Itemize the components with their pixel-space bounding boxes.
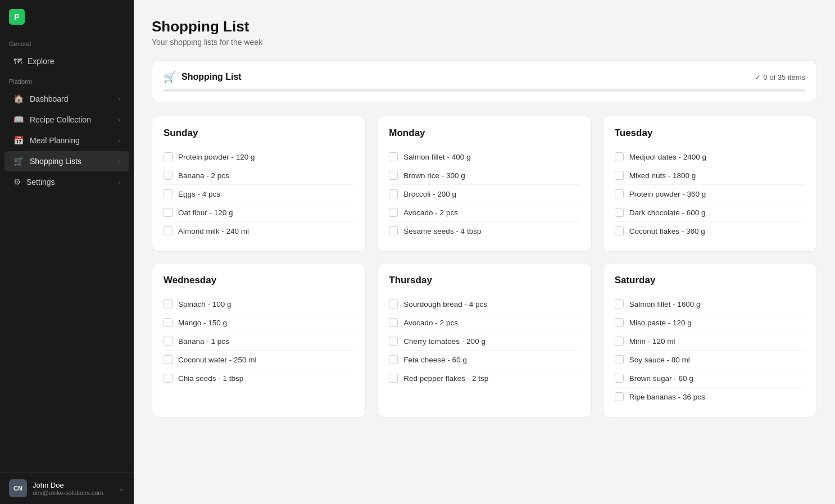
item-label: Sourdough bread - 4 pcs <box>403 300 487 308</box>
list-item: Ripe bananas - 36 pcs <box>615 388 805 406</box>
item-checkbox[interactable] <box>164 226 173 235</box>
item-checkbox[interactable] <box>615 337 624 346</box>
item-checkbox[interactable] <box>389 208 398 217</box>
list-item: Coconut water - 250 ml <box>164 351 354 369</box>
list-item: Protein powder - 120 g <box>164 148 354 166</box>
sidebar-item-shopping-lists[interactable]: 🛒Shopping Lists› <box>4 151 129 171</box>
item-label: Sesame seeds - 4 tbsp <box>403 227 481 235</box>
app-logo: P <box>9 9 25 25</box>
item-checkbox[interactable] <box>164 152 173 161</box>
list-item: Avocado - 2 pcs <box>389 314 579 332</box>
item-checkbox[interactable] <box>615 392 624 401</box>
sidebar-item-meal-planning[interactable]: 📅Meal Planning› <box>4 130 129 151</box>
item-checkbox[interactable] <box>389 318 398 327</box>
sidebar-item-left: 📅Meal Planning <box>13 135 80 146</box>
item-checkbox[interactable] <box>164 299 173 308</box>
shopping-list-header: 🛒 Shopping List ✓ 0 of 35 items <box>164 71 805 83</box>
item-checkbox[interactable] <box>164 208 173 217</box>
list-item: Banana - 1 pcs <box>164 332 354 351</box>
item-label: Coconut water - 250 ml <box>178 356 257 364</box>
item-label: Spinach - 100 g <box>178 300 232 308</box>
user-profile[interactable]: CN John Doe dev@okike-solutions.com ⌄ <box>0 472 134 504</box>
item-checkbox[interactable] <box>389 171 398 180</box>
chevron-right-icon: › <box>118 116 120 123</box>
list-item: Eggs - 4 pcs <box>164 185 354 203</box>
item-label: Salmon fillet - 1600 g <box>629 300 701 308</box>
item-label: Brown rice - 300 g <box>403 171 465 180</box>
meal-planning-label: Meal Planning <box>30 136 80 145</box>
sidebar-item-left: 📖Recipe Collection <box>13 115 91 125</box>
list-item: Sesame seeds - 4 tbsp <box>389 222 579 240</box>
chevron-right-icon: › <box>118 179 120 185</box>
item-checkbox[interactable] <box>615 189 624 198</box>
item-checkbox[interactable] <box>164 171 173 180</box>
item-checkbox[interactable] <box>389 152 398 161</box>
dashboard-label: Dashboard <box>30 94 69 103</box>
item-label: Chia seeds - 1 tbsp <box>178 374 243 383</box>
sidebar-item-settings[interactable]: ⚙Settings› <box>4 172 129 192</box>
item-checkbox[interactable] <box>389 337 398 346</box>
item-label: Cherry tomatoes - 200 g <box>403 337 485 346</box>
item-checkbox[interactable] <box>164 318 173 327</box>
item-checkbox[interactable] <box>389 299 398 308</box>
item-checkbox[interactable] <box>615 318 624 327</box>
item-checkbox[interactable] <box>164 374 173 383</box>
sidebar-item-explore[interactable]: 🗺Explore <box>4 51 129 71</box>
sidebar-item-recipe-collection[interactable]: 📖Recipe Collection› <box>4 110 129 130</box>
item-label: Mango - 150 g <box>178 319 227 327</box>
list-item: Cherry tomatoes - 200 g <box>389 332 579 351</box>
item-label: Medjool dates - 2400 g <box>629 153 706 161</box>
item-checkbox[interactable] <box>615 226 624 235</box>
sidebar-logo: P <box>0 0 134 34</box>
item-label: Banana - 1 pcs <box>178 337 229 346</box>
item-label: Ripe bananas - 36 pcs <box>629 393 705 401</box>
sidebar-section-label: General <box>0 34 134 51</box>
item-checkbox[interactable] <box>164 337 173 346</box>
day-title-saturday: Saturday <box>615 275 805 286</box>
item-checkbox[interactable] <box>389 374 398 383</box>
item-label: Eggs - 4 pcs <box>178 190 220 198</box>
dashboard-icon: 🏠 <box>13 94 24 104</box>
day-card-sunday: SundayProtein powder - 120 gBanana - 2 p… <box>152 116 366 252</box>
sidebar-item-left: 🛒Shopping Lists <box>13 156 81 166</box>
item-checkbox[interactable] <box>389 355 398 364</box>
meal-planning-icon: 📅 <box>13 135 24 146</box>
item-checkbox[interactable] <box>389 226 398 235</box>
list-item: Medjool dates - 2400 g <box>615 148 805 166</box>
day-title-thursday: Thursday <box>389 275 579 286</box>
list-item: Soy sauce - 80 ml <box>615 351 805 369</box>
item-label: Soy sauce - 80 ml <box>629 356 690 364</box>
list-item: Salmon fillet - 1600 g <box>615 295 805 314</box>
item-label: Dark chocolate - 600 g <box>629 208 706 217</box>
sidebar-item-dashboard[interactable]: 🏠Dashboard› <box>4 89 129 109</box>
item-checkbox[interactable] <box>615 299 624 308</box>
page-title: Shopping List <box>152 18 817 35</box>
item-label: Feta cheese - 60 g <box>403 356 467 364</box>
main-content: Shopping List Your shopping lists for th… <box>134 0 835 504</box>
item-checkbox[interactable] <box>615 355 624 364</box>
day-title-wednesday: Wednesday <box>164 275 354 286</box>
avatar: CN <box>9 479 27 497</box>
settings-icon: ⚙ <box>13 177 21 187</box>
chevron-right-icon: › <box>118 137 120 144</box>
item-label: Salmon fillet - 400 g <box>403 153 470 161</box>
list-item: Miso paste - 120 g <box>615 314 805 332</box>
item-checkbox[interactable] <box>615 208 624 217</box>
recipe-collection-icon: 📖 <box>13 115 24 125</box>
item-checkbox[interactable] <box>164 355 173 364</box>
sidebar: P General🗺ExplorePlatform🏠Dashboard›📖Rec… <box>0 0 134 504</box>
sidebar-item-left: 🗺Explore <box>13 56 54 66</box>
list-item: Mixed nuts - 1800 g <box>615 166 805 185</box>
item-checkbox[interactable] <box>615 374 624 383</box>
list-item: Oat flour - 120 g <box>164 203 354 222</box>
settings-label: Settings <box>26 178 55 187</box>
list-item: Spinach - 100 g <box>164 295 354 314</box>
item-label: Banana - 2 pcs <box>178 171 229 180</box>
item-checkbox[interactable] <box>164 189 173 198</box>
item-checkbox[interactable] <box>389 189 398 198</box>
day-title-sunday: Sunday <box>164 128 354 139</box>
explore-icon: 🗺 <box>13 56 22 66</box>
sidebar-item-left: 🏠Dashboard <box>13 94 69 104</box>
item-checkbox[interactable] <box>615 171 624 180</box>
item-checkbox[interactable] <box>615 152 624 161</box>
